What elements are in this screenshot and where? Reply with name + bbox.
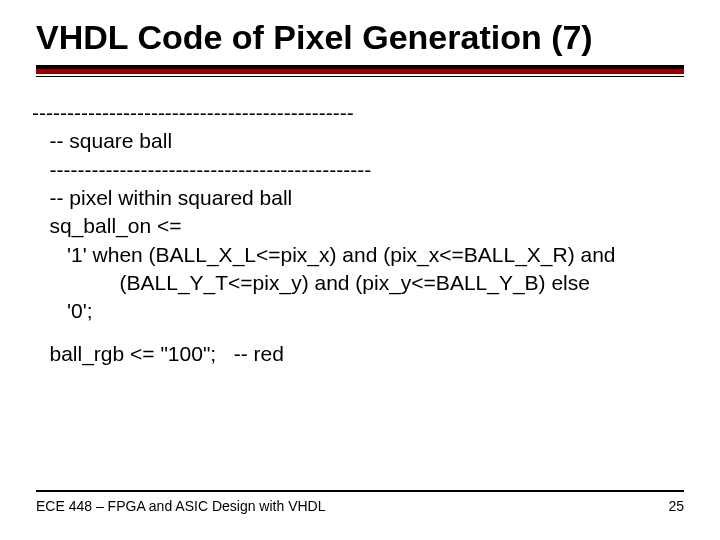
footer-left: ECE 448 – FPGA and ASIC Design with VHDL (36, 498, 325, 514)
code-line: '0'; (32, 297, 684, 325)
code-line: sq_ball_on <= (32, 212, 684, 240)
footer-rule (36, 490, 684, 492)
code-block: ----------------------------------------… (0, 77, 720, 368)
title-rule-red (36, 69, 684, 74)
code-line: ball_rgb <= "100"; -- red (32, 340, 684, 368)
code-line: '1' when (BALL_X_L<=pix_x) and (pix_x<=B… (32, 241, 684, 269)
slide-title: VHDL Code of Pixel Generation (7) (0, 0, 720, 65)
code-line: ----------------------------------------… (32, 156, 684, 184)
footer: ECE 448 – FPGA and ASIC Design with VHDL… (0, 490, 720, 514)
footer-row: ECE 448 – FPGA and ASIC Design with VHDL… (36, 498, 684, 514)
page-number: 25 (668, 498, 684, 514)
slide: VHDL Code of Pixel Generation (7) ------… (0, 0, 720, 540)
code-line: (BALL_Y_T<=pix_y) and (pix_y<=BALL_Y_B) … (32, 269, 684, 297)
code-line: -- square ball (32, 127, 684, 155)
code-line: -- pixel within squared ball (32, 184, 684, 212)
blank-line (32, 326, 684, 340)
code-line: ----------------------------------------… (32, 99, 684, 127)
